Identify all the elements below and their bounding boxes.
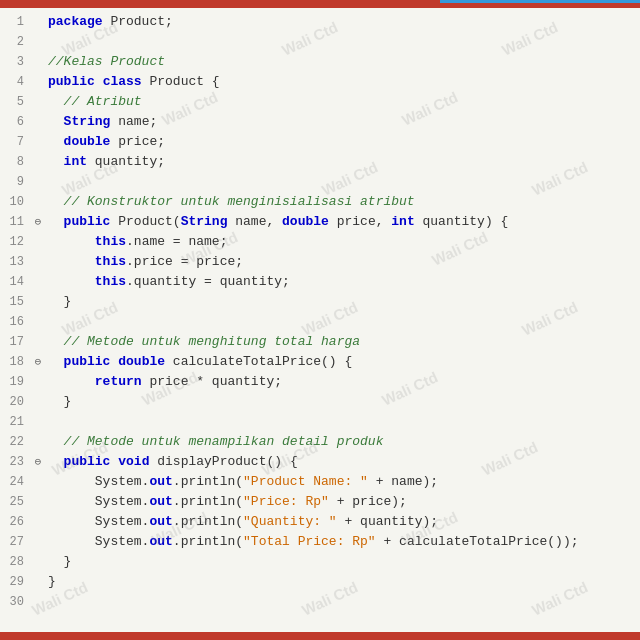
line-number: 20 [0, 392, 32, 412]
line-content: public class Product { [44, 72, 640, 92]
fold-icon[interactable]: ⊖ [32, 212, 44, 232]
top-bar-accent [440, 0, 640, 3]
bottom-bar [0, 632, 640, 640]
line-content: System.out.println("Price: Rp" + price); [44, 492, 640, 512]
code-line: 26 System.out.println("Quantity: " + qua… [0, 512, 640, 532]
line-content: this.price = price; [44, 252, 640, 272]
code-line: 28 } [0, 552, 640, 572]
line-number: 5 [0, 92, 32, 112]
line-content: // Atribut [44, 92, 640, 112]
line-content: System.out.println("Total Price: Rp" + c… [44, 532, 640, 552]
line-content: } [44, 572, 640, 592]
line-content: return price * quantity; [44, 372, 640, 392]
line-number: 24 [0, 472, 32, 492]
code-line: 6 String name; [0, 112, 640, 132]
line-number: 4 [0, 72, 32, 92]
top-bar [0, 0, 640, 8]
code-line: 12 this.name = name; [0, 232, 640, 252]
code-line: 15 } [0, 292, 640, 312]
line-content: package Product; [44, 12, 640, 32]
code-line: 21 [0, 412, 640, 432]
fold-icon[interactable]: ⊖ [32, 452, 44, 472]
line-content: double price; [44, 132, 640, 152]
line-number: 10 [0, 192, 32, 212]
line-number: 15 [0, 292, 32, 312]
code-line: 22 // Metode untuk menampilkan detail pr… [0, 432, 640, 452]
code-line: 1 package Product; [0, 12, 640, 32]
code-line: 4 public class Product { [0, 72, 640, 92]
line-number: 30 [0, 592, 32, 612]
code-line: 11⊖ public Product(String name, double p… [0, 212, 640, 232]
line-number: 16 [0, 312, 32, 332]
line-number: 3 [0, 52, 32, 72]
line-number: 21 [0, 412, 32, 432]
line-number: 17 [0, 332, 32, 352]
code-line: 14 this.quantity = quantity; [0, 272, 640, 292]
code-line: 7 double price; [0, 132, 640, 152]
line-content: } [44, 392, 640, 412]
code-line: 16 [0, 312, 640, 332]
line-number: 23 [0, 452, 32, 472]
code-line: 20 } [0, 392, 640, 412]
line-content: System.out.println("Product Name: " + na… [44, 472, 640, 492]
line-content: public Product(String name, double price… [44, 212, 640, 232]
line-number: 18 [0, 352, 32, 372]
code-line: 23⊖ public void displayProduct() { [0, 452, 640, 472]
line-content: } [44, 292, 640, 312]
code-line: 17 // Metode untuk menghitung total harg… [0, 332, 640, 352]
line-content: int quantity; [44, 152, 640, 172]
code-line: 25 System.out.println("Price: Rp" + pric… [0, 492, 640, 512]
line-number: 19 [0, 372, 32, 392]
line-number: 14 [0, 272, 32, 292]
code-line: 29 } [0, 572, 640, 592]
code-line: 2 [0, 32, 640, 52]
code-line: 18⊖ public double calculateTotalPrice() … [0, 352, 640, 372]
code-line: 13 this.price = price; [0, 252, 640, 272]
line-number: 22 [0, 432, 32, 452]
fold-icon[interactable]: ⊖ [32, 352, 44, 372]
code-area: 1 package Product;2 3 //Kelas Product4 p… [0, 8, 640, 616]
line-number: 25 [0, 492, 32, 512]
line-number: 12 [0, 232, 32, 252]
line-number: 28 [0, 552, 32, 572]
code-line: 24 System.out.println("Product Name: " +… [0, 472, 640, 492]
line-content: // Konstruktor untuk menginisialisasi at… [44, 192, 640, 212]
line-number: 1 [0, 12, 32, 32]
line-number: 29 [0, 572, 32, 592]
code-line: 9 [0, 172, 640, 192]
line-number: 7 [0, 132, 32, 152]
code-line: 3 //Kelas Product [0, 52, 640, 72]
line-number: 13 [0, 252, 32, 272]
line-content: public double calculateTotalPrice() { [44, 352, 640, 372]
editor-container: 1 package Product;2 3 //Kelas Product4 p… [0, 0, 640, 640]
code-line: 19 return price * quantity; [0, 372, 640, 392]
line-content: String name; [44, 112, 640, 132]
code-line: 8 int quantity; [0, 152, 640, 172]
line-number: 2 [0, 32, 32, 52]
code-line: 10 // Konstruktor untuk menginisialisasi… [0, 192, 640, 212]
line-number: 9 [0, 172, 32, 192]
line-number: 26 [0, 512, 32, 532]
code-line: 5 // Atribut [0, 92, 640, 112]
line-content: //Kelas Product [44, 52, 640, 72]
line-content: System.out.println("Quantity: " + quanti… [44, 512, 640, 532]
code-line: 27 System.out.println("Total Price: Rp" … [0, 532, 640, 552]
line-content: // Metode untuk menghitung total harga [44, 332, 640, 352]
code-line: 30 [0, 592, 640, 612]
line-content: public void displayProduct() { [44, 452, 640, 472]
line-content: this.quantity = quantity; [44, 272, 640, 292]
line-number: 8 [0, 152, 32, 172]
line-number: 11 [0, 212, 32, 232]
line-content: this.name = name; [44, 232, 640, 252]
line-number: 27 [0, 532, 32, 552]
line-number: 6 [0, 112, 32, 132]
line-content: // Metode untuk menampilkan detail produ… [44, 432, 640, 452]
line-content: } [44, 552, 640, 572]
